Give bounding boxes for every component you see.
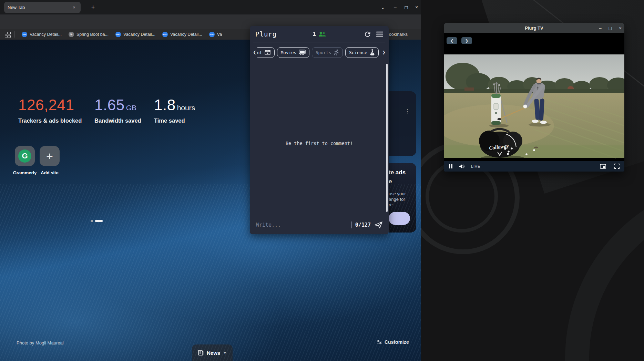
chip-label: Sports <box>316 50 331 55</box>
tv-titlebar[interactable]: Plurg TV – ◻ × <box>444 23 624 33</box>
comment-input[interactable] <box>255 221 347 228</box>
category-chip-entertainment[interactable]: Entertainment <box>257 47 275 58</box>
stat-time-saved: 1.8hours Time saved <box>154 97 195 124</box>
stat-label: Trackers & ads blocked <box>18 117 82 124</box>
runner-icon <box>334 49 339 55</box>
chip-label: Science <box>349 50 367 55</box>
viewers-icon <box>318 31 326 37</box>
category-chip-sports[interactable]: Sports <box>312 47 343 58</box>
tab-close-icon[interactable]: × <box>71 4 77 11</box>
volume-icon[interactable] <box>459 164 465 169</box>
customize-label: Customize <box>385 339 409 345</box>
wallpaper-ring <box>565 179 644 361</box>
stat-value: 1.8 <box>154 96 176 113</box>
stat-unit: GB <box>126 104 136 112</box>
stat-value: 1.65 <box>94 96 125 113</box>
chips-scroll-left-icon[interactable]: ❮ <box>252 49 257 55</box>
counter-divider <box>351 221 352 228</box>
panel-scrollbar[interactable] <box>386 64 388 212</box>
tv-icon <box>299 50 306 55</box>
comments-area: Be the first to comment! <box>250 61 389 215</box>
rewards-body-fragment: ange for <box>389 197 405 202</box>
tv-maximize-button[interactable]: ◻ <box>609 25 612 31</box>
category-chip-movies[interactable]: Movies <box>277 47 309 58</box>
char-counter: 0/127 <box>355 222 371 228</box>
send-icon[interactable] <box>374 221 383 229</box>
golf-video-frame[interactable]: Callaway <box>444 52 624 161</box>
panel-menu-icon[interactable] <box>376 31 383 37</box>
stat-bandwidth-saved: 1.65GB Bandwidth saved <box>94 97 141 124</box>
chip-label: Movies <box>281 50 296 55</box>
plurg-header: Plurg 1 <box>250 26 389 42</box>
bookmark-label: Vacancy Detail... <box>217 32 222 37</box>
window-minimize-button[interactable]: – <box>391 3 400 12</box>
refresh-icon[interactable] <box>364 31 371 37</box>
rewards-action-button[interactable] <box>389 212 410 225</box>
wallpaper-slideshow-dots[interactable] <box>91 220 103 222</box>
chips-scroller[interactable]: Entertainment Movies Sports Science Busi… <box>257 44 381 61</box>
bookmark-favicon: me <box>115 32 121 37</box>
bookmark-item[interactable]: me Vacancy Detail... <box>112 30 159 39</box>
live-label: LIVE <box>471 164 480 168</box>
tv-content: ❮ ❯ <box>444 33 624 172</box>
bookmark-item[interactable]: ✳ Spring Boot ba... <box>65 30 112 39</box>
widget-card-partial: ⋮ <box>389 91 416 156</box>
category-chips-row: ❮ Entertainment Movies Sports Science Bu… <box>250 44 389 61</box>
sliders-icon <box>377 340 382 344</box>
rewards-card-partial: te ads e use your ange for re. <box>389 163 416 233</box>
bookmark-label: Vacancy Detail... <box>30 32 62 37</box>
chips-scroll-right-icon[interactable]: ❯ <box>381 49 387 55</box>
empty-comments-message: Be the first to comment! <box>250 141 389 146</box>
rewards-title-fragment: te ads <box>389 169 406 176</box>
card-menu-icon[interactable]: ⋮ <box>405 110 410 112</box>
window-close-button[interactable]: × <box>412 3 421 12</box>
bookmark-item[interactable]: me Vacancy Detail... <box>159 30 206 39</box>
tab-bar: New Tab × + ⌄ – ◻ × <box>0 0 421 14</box>
bookmark-favicon: me <box>209 32 215 37</box>
stat-label: Time saved <box>154 117 195 124</box>
plurg-title: Plurg <box>255 30 277 38</box>
comment-composer: 0/127 <box>250 215 389 234</box>
pause-icon[interactable] <box>449 164 453 169</box>
picture-in-picture-icon[interactable] <box>600 164 606 169</box>
stat-unit: hours <box>177 104 195 112</box>
bookmarks-divider <box>14 31 15 38</box>
plus-icon: + <box>46 150 53 162</box>
fullscreen-icon[interactable] <box>614 164 620 169</box>
shortcut-add-site[interactable]: + Add site <box>33 146 66 175</box>
tv-prev-channel-button[interactable]: ❮ <box>447 37 457 44</box>
plurg-tv-window: Plurg TV – ◻ × ❮ ❯ <box>444 23 624 172</box>
news-icon <box>198 350 204 356</box>
divot <box>534 146 538 148</box>
bookmark-label: Spring Boot ba... <box>76 32 109 37</box>
rewards-body-fragment: use your <box>389 191 406 196</box>
plurg-extension-panel: Plurg 1 ❮ Entertainment Movies Sports <box>250 26 389 234</box>
tab-new-tab[interactable]: New Tab × <box>4 2 81 13</box>
slideshow-dot[interactable] <box>91 220 93 222</box>
window-maximize-button[interactable]: ◻ <box>402 3 411 12</box>
bookmark-item[interactable]: me Vacancy Detail... <box>18 30 65 39</box>
bookmark-favicon: me <box>162 32 168 37</box>
shortcut-tile[interactable]: G <box>15 146 35 166</box>
chevron-down-icon: ▼ <box>223 351 227 355</box>
category-chip-science[interactable]: Science <box>345 47 379 58</box>
news-button[interactable]: News ▼ <box>192 344 233 361</box>
tv-minimize-button[interactable]: – <box>599 25 601 31</box>
tv-next-channel-button[interactable]: ❯ <box>461 37 472 44</box>
bookmark-label: Vacancy Detail... <box>123 32 155 37</box>
bookmark-item[interactable]: me Vacancy Detail... <box>206 30 222 39</box>
shortcut-label: Add site <box>33 170 66 175</box>
bookmark-favicon: me <box>22 32 27 37</box>
stat-value: 126,241 <box>18 96 74 113</box>
flask-icon <box>370 49 375 55</box>
stat-label: Bandwidth saved <box>94 117 141 124</box>
new-tab-button[interactable]: + <box>89 3 97 12</box>
shortcut-tile[interactable]: + <box>40 146 60 166</box>
tv-window-title: Plurg TV <box>444 25 624 31</box>
customize-button[interactable]: Customize <box>377 339 409 345</box>
apps-grid-icon[interactable] <box>5 32 10 37</box>
tv-close-button[interactable]: × <box>619 25 622 31</box>
slideshow-dot-active[interactable] <box>95 220 103 222</box>
tab-search-chevron-icon[interactable]: ⌄ <box>378 3 387 12</box>
grammerly-icon: G <box>18 149 31 163</box>
